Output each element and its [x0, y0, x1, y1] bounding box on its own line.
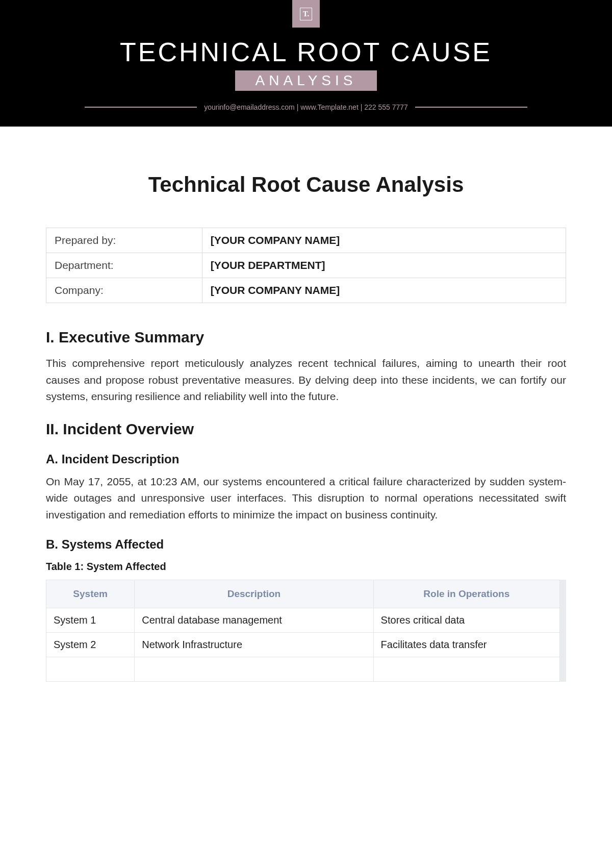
logo-badge: T. — [292, 0, 320, 28]
table-header-row: System Description Role in Operations — [46, 580, 560, 608]
exec-summary-body: This comprehensive report meticulously a… — [46, 355, 566, 405]
meta-label: Prepared by: — [46, 228, 202, 253]
cell-description — [135, 657, 373, 682]
cell-description: Central database management — [135, 608, 373, 633]
table-caption: Table 1: System Affected — [46, 561, 566, 573]
table-row: Prepared by: [YOUR COMPANY NAME] — [46, 228, 566, 253]
subsection-heading-b: B. Systems Affected — [46, 537, 566, 552]
table-row: Department: [YOUR DEPARTMENT] — [46, 253, 566, 278]
cell-role — [373, 657, 559, 682]
cell-role: Facilitates data transfer — [373, 633, 559, 657]
systems-affected-table: System Description Role in Operations Sy… — [46, 580, 560, 682]
cell-system: System 1 — [46, 608, 135, 633]
meta-value: [YOUR DEPARTMENT] — [202, 253, 566, 278]
col-header-system: System — [46, 580, 135, 608]
cell-description: Network Infrastructure — [135, 633, 373, 657]
subsection-heading-a: A. Incident Description — [46, 452, 566, 466]
table-row — [46, 657, 560, 682]
meta-value: [YOUR COMPANY NAME] — [202, 278, 566, 303]
header-banner: T. TECHNICAL ROOT CAUSE ANALYSIS yourinf… — [0, 0, 612, 127]
systems-table-wrap: System Description Role in Operations Sy… — [46, 580, 566, 682]
meta-label: Department: — [46, 253, 202, 278]
cell-role: Stores critical data — [373, 608, 559, 633]
page-title: Technical Root Cause Analysis — [46, 172, 566, 197]
meta-table: Prepared by: [YOUR COMPANY NAME] Departm… — [46, 228, 566, 303]
divider-right — [415, 107, 527, 108]
logo-text: T. — [300, 8, 313, 20]
header-title-line1: TECHNICAL ROOT CAUSE — [0, 37, 612, 67]
section-heading-exec: I. Executive Summary — [46, 329, 566, 346]
cell-system: System 2 — [46, 633, 135, 657]
meta-label: Company: — [46, 278, 202, 303]
cell-system — [46, 657, 135, 682]
col-header-role: Role in Operations — [373, 580, 559, 608]
header-subtitle-wrap: ANALYSIS — [0, 70, 612, 91]
col-header-description: Description — [135, 580, 373, 608]
table-row: System 1 Central database management Sto… — [46, 608, 560, 633]
header-title-line2: ANALYSIS — [235, 70, 377, 91]
header-contact-text: yourinfo@emailaddress.com | www.Template… — [197, 103, 415, 111]
incident-description-body: On May 17, 2055, at 10:23 AM, our system… — [46, 474, 566, 524]
document-body: Technical Root Cause Analysis Prepared b… — [0, 127, 612, 702]
table-row: Company: [YOUR COMPANY NAME] — [46, 278, 566, 303]
header-contact-line: yourinfo@emailaddress.com | www.Template… — [0, 103, 612, 111]
divider-left — [85, 107, 197, 108]
table-row: System 2 Network Infrastructure Facilita… — [46, 633, 560, 657]
meta-value: [YOUR COMPANY NAME] — [202, 228, 566, 253]
section-heading-incident: II. Incident Overview — [46, 420, 566, 438]
